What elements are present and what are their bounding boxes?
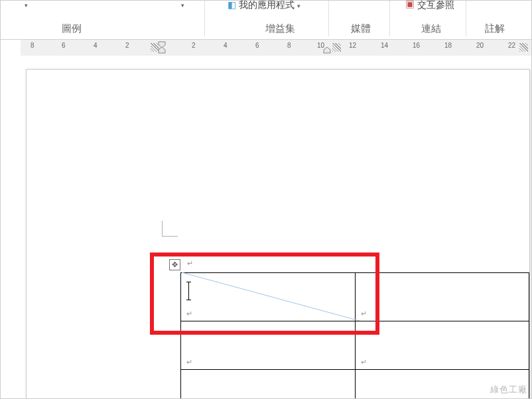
cross-reference-button[interactable]: ▣ 交互參照 bbox=[405, 0, 454, 11]
table-move-handle-icon[interactable]: ✥ bbox=[169, 259, 180, 270]
ruler-tick: 4 bbox=[224, 42, 228, 49]
group-divider bbox=[466, 1, 466, 36]
ruler-margin-marker[interactable] bbox=[332, 43, 341, 52]
para-mark-icon: ↵ bbox=[187, 259, 193, 268]
ruler-tick: 8 bbox=[287, 42, 291, 49]
para-mark-icon: ↵ bbox=[186, 358, 192, 366]
group-links: 連結 bbox=[415, 23, 448, 35]
table-cell[interactable]: ↵ bbox=[181, 321, 356, 370]
ruler-tick: 20 bbox=[476, 42, 484, 49]
ruler-tick: 6 bbox=[255, 42, 259, 49]
group-media: 媒體 bbox=[344, 23, 377, 35]
text-cursor bbox=[188, 282, 189, 300]
para-mark-icon: ↵ bbox=[186, 310, 192, 317]
ruler-left-margin bbox=[1, 40, 21, 56]
ruler-tick: 22 bbox=[508, 42, 515, 49]
group-illustrations: 圖例 bbox=[48, 23, 95, 35]
ruler-track: 8 6 4 2 2 4 6 8 10 12 14 16 18 20 22 bbox=[21, 40, 531, 56]
ruler-tick: 4 bbox=[94, 42, 98, 49]
document-canvas[interactable]: ↵ ↵ ↵ ↵ ↵ ↵ ✥ ↵ ↵ bbox=[1, 56, 531, 398]
my-apps-label: 我的應用程式 bbox=[239, 0, 295, 10]
table-cell[interactable]: ↵ bbox=[181, 370, 356, 399]
ruler-tick: 6 bbox=[62, 42, 66, 49]
dropdown-icon[interactable]: ▾ bbox=[181, 2, 184, 9]
page-margin-corner-icon bbox=[162, 221, 178, 237]
group-addins: 增益集 bbox=[257, 23, 303, 35]
ruler-margin-marker[interactable] bbox=[519, 43, 528, 52]
ruler-tick: 8 bbox=[31, 42, 34, 49]
ribbon-top-row: ▾ ▾ ◧ 我的應用程式 ▾ ▣ 交互參照 bbox=[1, 1, 531, 12]
cross-reference-label: 交互參照 bbox=[417, 0, 454, 10]
table-cell[interactable]: ↵ bbox=[355, 321, 529, 370]
table-row[interactable]: ↵ ↵ bbox=[181, 370, 529, 399]
horizontal-ruler[interactable]: 8 6 4 2 2 4 6 8 10 12 14 16 18 20 22 bbox=[1, 40, 531, 56]
group-divider bbox=[389, 1, 390, 36]
table-cell[interactable]: ↵ bbox=[181, 273, 356, 321]
ribbon-group-labels: 圖例 增益集 媒體 連結 註解 bbox=[1, 12, 531, 40]
group-comments: 註解 bbox=[478, 23, 511, 35]
group-divider bbox=[204, 1, 205, 36]
ruler-tick: 2 bbox=[125, 42, 129, 49]
ruler-tick: 16 bbox=[413, 42, 420, 49]
ruler-tick: 12 bbox=[349, 42, 356, 49]
my-apps-button[interactable]: ◧ 我的應用程式 ▾ bbox=[228, 0, 300, 11]
ruler-tick: 14 bbox=[381, 42, 388, 49]
dropdown-icon: ▾ bbox=[297, 3, 300, 9]
page[interactable]: ↵ ↵ ↵ ↵ ↵ ↵ ✥ ↵ ↵ bbox=[26, 69, 530, 398]
apps-icon: ◧ bbox=[228, 0, 236, 10]
svg-marker-1 bbox=[159, 47, 165, 53]
dropdown-icon[interactable]: ▾ bbox=[25, 2, 28, 9]
para-mark-icon: ↵ bbox=[361, 310, 367, 317]
cross-ref-icon: ▣ bbox=[405, 0, 415, 10]
table-row[interactable]: ↵ ↵ bbox=[181, 321, 529, 370]
svg-marker-2 bbox=[324, 47, 330, 53]
para-mark-icon: ↵ bbox=[361, 358, 367, 366]
group-divider bbox=[328, 1, 329, 36]
ruler-tick: 18 bbox=[444, 42, 452, 49]
table-cell[interactable]: ↵ bbox=[355, 273, 529, 321]
ruler-left-indent-icon[interactable] bbox=[158, 41, 166, 53]
word-table[interactable]: ↵ ↵ ↵ ↵ ↵ ↵ bbox=[180, 272, 529, 398]
table-row[interactable]: ↵ ↵ bbox=[181, 273, 529, 321]
watermark-text: 綠色工廠 bbox=[490, 384, 527, 396]
ruler-tick: 2 bbox=[192, 42, 196, 49]
ruler-right-indent-icon[interactable] bbox=[323, 41, 331, 53]
